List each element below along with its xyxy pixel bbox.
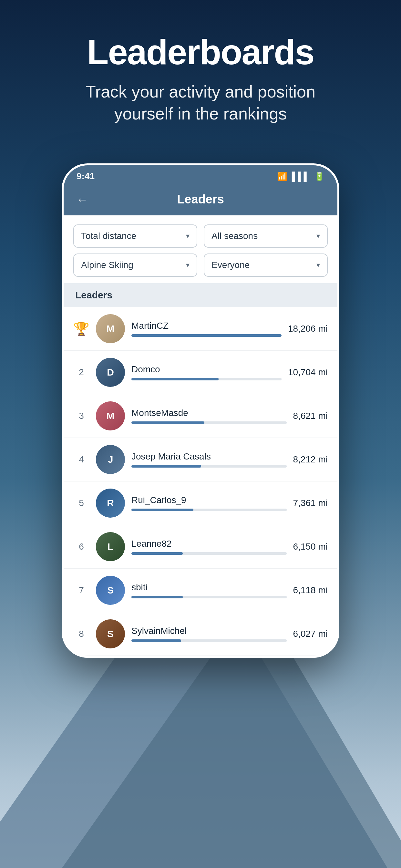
chevron-down-icon: ▾ (186, 232, 189, 240)
user-info: sbiti (131, 582, 287, 598)
rank-number: 3 (73, 411, 89, 421)
filters-section: Total distance ▾ All seasons ▾ Alpine Sk… (64, 215, 337, 283)
username: SylvainMichel (131, 626, 287, 636)
leaderboard-item[interactable]: 2 D Domco 10,704 mi (64, 351, 337, 394)
leaders-section-label: Leaders (75, 290, 112, 300)
avatar: D (96, 358, 125, 387)
alpine-skiing-label: Alpine Skiing (81, 260, 133, 270)
distance-value: 18,206 mi (288, 323, 328, 334)
battery-icon: 🔋 (314, 172, 325, 182)
leaderboard-item[interactable]: 5 R Rui_Carlos_9 7,361 mi (64, 482, 337, 525)
signal-icon: ▌▌▌ (292, 172, 310, 182)
user-info: Rui_Carlos_9 (131, 495, 287, 511)
avatar: M (96, 314, 125, 343)
leaderboard-item[interactable]: 7 S sbiti 6,118 mi (64, 569, 337, 612)
chevron-down-icon: ▾ (316, 261, 320, 269)
progress-bar (131, 334, 281, 337)
filter-row-1: Total distance ▾ All seasons ▾ (73, 224, 328, 248)
rank-number: 5 (73, 498, 89, 508)
distance-value: 7,361 mi (293, 498, 328, 508)
status-icons: 📶 ▌▌▌ 🔋 (277, 172, 325, 182)
distance-value: 10,704 mi (288, 367, 328, 377)
progress-bar (131, 552, 287, 555)
progress-bar (131, 640, 287, 642)
leaderboard-item[interactable]: 6 L Leanne82 6,150 mi (64, 525, 337, 569)
chevron-down-icon: ▾ (316, 232, 320, 240)
leaderboard-item[interactable]: 3 M MontseMasde 8,621 mi (64, 394, 337, 438)
progress-bar-fill (131, 465, 201, 468)
user-info: MartinCZ (131, 321, 281, 337)
progress-bar (131, 422, 287, 424)
all-seasons-dropdown[interactable]: All seasons ▾ (204, 224, 328, 248)
username: Josep Maria Casals (131, 452, 287, 462)
leaderboard-list: 🏆 M MartinCZ 18,206 mi 2 D Domco 10,704 … (64, 307, 337, 656)
progress-bar-fill (131, 552, 183, 555)
avatar: J (96, 445, 125, 474)
back-button[interactable]: ← (73, 190, 91, 210)
progress-bar (131, 465, 287, 468)
rank-number: 2 (73, 367, 89, 377)
rank-number: 7 (73, 585, 89, 595)
distance-value: 8,621 mi (293, 411, 328, 421)
total-distance-dropdown[interactable]: Total distance ▾ (73, 224, 197, 248)
all-seasons-label: All seasons (212, 231, 258, 241)
username: Domco (131, 364, 281, 375)
wifi-icon: 📶 (277, 172, 287, 182)
rank-number: 8 (73, 629, 89, 639)
progress-bar (131, 596, 287, 598)
username: Rui_Carlos_9 (131, 495, 287, 505)
progress-bar-fill (131, 334, 281, 337)
distance-value: 6,027 mi (293, 629, 328, 639)
progress-bar (131, 508, 287, 511)
rank-number: 4 (73, 454, 89, 465)
page-subtitle: Track your activity and position yoursel… (55, 81, 346, 125)
status-bar: 9:41 📶 ▌▌▌ 🔋 (64, 165, 337, 186)
username: Leanne82 (131, 538, 287, 549)
distance-value: 6,150 mi (293, 541, 328, 552)
avatar: S (96, 576, 125, 605)
username: MartinCZ (131, 321, 281, 331)
progress-bar-fill (131, 508, 193, 511)
status-time: 9:41 (76, 171, 95, 182)
user-info: Josep Maria Casals (131, 452, 287, 468)
user-info: Leanne82 (131, 538, 287, 555)
rank-number: 6 (73, 541, 89, 552)
everyone-dropdown[interactable]: Everyone ▾ (204, 253, 328, 277)
distance-value: 6,118 mi (293, 585, 328, 595)
alpine-skiing-dropdown[interactable]: Alpine Skiing ▾ (73, 253, 197, 277)
distance-value: 8,212 mi (293, 454, 328, 465)
leaderboard-item[interactable]: 8 S SylvainMichel 6,027 mi (64, 612, 337, 656)
phone-frame: 9:41 📶 ▌▌▌ 🔋 ← Leaders Total distance ▾ (62, 163, 339, 658)
progress-bar-fill (131, 422, 204, 424)
progress-bar (131, 378, 281, 380)
page-title: Leaderboards (26, 32, 375, 71)
back-icon: ← (76, 193, 88, 206)
avatar: M (96, 401, 125, 430)
avatar: S (96, 619, 125, 648)
everyone-label: Everyone (212, 260, 250, 270)
user-info: Domco (131, 364, 281, 380)
user-info: SylvainMichel (131, 626, 287, 642)
phone-container: 9:41 📶 ▌▌▌ 🔋 ← Leaders Total distance ▾ (0, 163, 401, 658)
progress-bar-fill (131, 596, 183, 598)
leaders-section-header: Leaders (64, 283, 337, 307)
filter-row-2: Alpine Skiing ▾ Everyone ▾ (73, 253, 328, 277)
progress-bar-fill (131, 378, 219, 380)
leaderboard-item[interactable]: 🏆 M MartinCZ 18,206 mi (64, 307, 337, 351)
leaderboard-item[interactable]: 4 J Josep Maria Casals 8,212 mi (64, 438, 337, 482)
app-header: ← Leaders (64, 186, 337, 215)
username: MontseMasde (131, 408, 287, 418)
chevron-down-icon: ▾ (186, 261, 189, 269)
trophy-icon: 🏆 (73, 321, 89, 337)
progress-bar-fill (131, 640, 181, 642)
total-distance-label: Total distance (81, 231, 136, 241)
header-title: Leaders (177, 192, 224, 206)
avatar: R (96, 489, 125, 518)
top-section: Leaderboards Track your activity and pos… (0, 0, 401, 144)
user-info: MontseMasde (131, 408, 287, 424)
username: sbiti (131, 582, 287, 593)
avatar: L (96, 532, 125, 561)
